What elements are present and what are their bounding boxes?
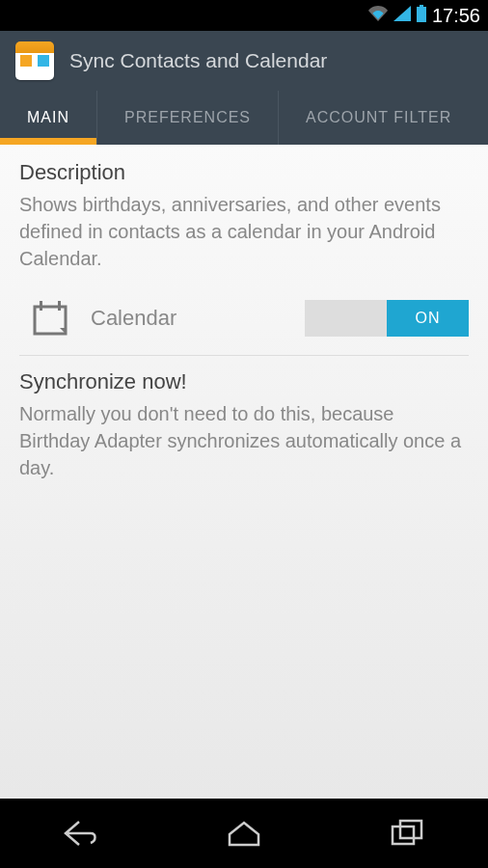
svg-rect-1 [417,7,426,22]
navigation-bar [0,799,488,868]
home-button[interactable] [205,814,283,853]
status-time: 17:56 [432,5,480,27]
tab-bar: MAIN PREFERENCES ACCOUNT FILTER [0,91,488,145]
wifi-icon [368,6,388,25]
app-icon [15,41,54,80]
tab-main-label: MAIN [27,109,69,126]
calendar-toggle[interactable]: ON [305,300,469,337]
back-button[interactable] [42,814,120,853]
svg-rect-6 [400,821,421,838]
calendar-toggle-row: Calendar ON [19,272,469,356]
calendar-label: Calendar [91,306,305,331]
tab-main[interactable]: MAIN [0,91,97,145]
status-bar: 17:56 [0,0,488,31]
main-content: Description Shows birthdays, anniversari… [0,145,488,799]
tab-account-filter-label: ACCOUNT FILTER [306,109,451,126]
tab-preferences-label: PREFERENCES [124,109,251,126]
sync-text: Normally you don't need to do this, beca… [19,400,469,481]
svg-rect-5 [393,827,414,844]
signal-icon [393,6,411,25]
battery-icon [417,5,426,26]
calendar-icon [31,299,69,338]
sync-section[interactable]: Synchronize now! Normally you don't need… [19,356,469,481]
action-bar: Sync Contacts and Calendar [0,31,488,91]
sync-title: Synchronize now! [19,369,469,394]
tab-account-filter[interactable]: ACCOUNT FILTER [279,91,459,145]
description-title: Description [19,160,469,185]
app-title: Sync Contacts and Calendar [69,49,327,72]
recent-apps-button[interactable] [368,814,446,853]
toggle-state-label: ON [387,300,469,337]
tab-preferences[interactable]: PREFERENCES [97,91,279,145]
svg-rect-4 [35,307,66,334]
description-text: Shows birthdays, anniversaries, and othe… [19,191,469,272]
svg-rect-0 [420,5,423,7]
